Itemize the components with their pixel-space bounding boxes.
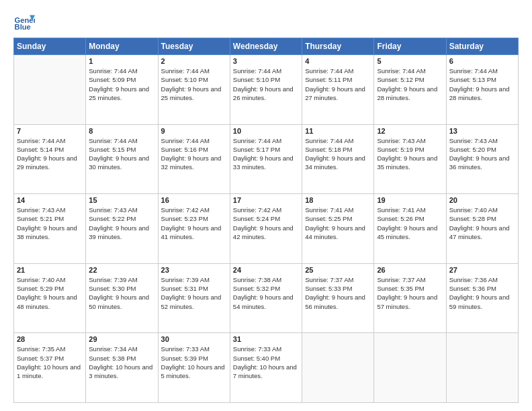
cell-info: Sunrise: 7:39 AM Sunset: 5:31 PM Dayligh… <box>161 275 227 311</box>
daylight: Daylight: 10 hours and 7 minutes. <box>233 363 297 379</box>
sunrise: Sunrise: 7:34 AM <box>89 345 137 353</box>
calendar-cell: 31 Sunrise: 7:33 AM Sunset: 5:40 PM Dayl… <box>230 333 302 403</box>
daylight: Daylight: 9 hours and 28 minutes. <box>377 85 437 101</box>
sunrise: Sunrise: 7:44 AM <box>377 67 425 75</box>
cell-info: Sunrise: 7:44 AM Sunset: 5:13 PM Dayligh… <box>449 66 515 102</box>
day-number: 25 <box>305 266 371 274</box>
day-number: 14 <box>17 196 83 204</box>
sunset: Sunset: 5:16 PM <box>161 146 208 153</box>
calendar-cell: 26 Sunrise: 7:37 AM Sunset: 5:35 PM Dayl… <box>374 263 446 333</box>
sunrise: Sunrise: 7:33 AM <box>233 345 281 353</box>
sunset: Sunset: 5:37 PM <box>17 355 64 362</box>
calendar-cell: 1 Sunrise: 7:44 AM Sunset: 5:09 PM Dayli… <box>86 55 158 125</box>
calendar-cell <box>446 333 518 403</box>
calendar-cell: 2 Sunrise: 7:44 AM Sunset: 5:10 PM Dayli… <box>158 55 230 125</box>
daylight: Daylight: 9 hours and 45 minutes. <box>377 224 437 240</box>
sunset: Sunset: 5:14 PM <box>17 146 64 153</box>
sunset: Sunset: 5:15 PM <box>89 146 136 153</box>
daylight: Daylight: 9 hours and 25 minutes. <box>89 85 149 101</box>
day-number: 16 <box>161 196 227 204</box>
week-row-1: 7 Sunrise: 7:44 AM Sunset: 5:14 PM Dayli… <box>14 124 519 194</box>
sunrise: Sunrise: 7:43 AM <box>377 137 425 144</box>
day-number: 17 <box>233 196 299 204</box>
cell-info: Sunrise: 7:40 AM Sunset: 5:28 PM Dayligh… <box>449 205 515 241</box>
sunset: Sunset: 5:25 PM <box>305 215 352 222</box>
day-number: 18 <box>305 196 371 204</box>
calendar-cell: 13 Sunrise: 7:43 AM Sunset: 5:20 PM Dayl… <box>446 124 518 194</box>
calendar-cell: 18 Sunrise: 7:41 AM Sunset: 5:25 PM Dayl… <box>302 194 374 264</box>
sunset: Sunset: 5:26 PM <box>377 215 424 222</box>
cell-info: Sunrise: 7:36 AM Sunset: 5:36 PM Dayligh… <box>449 275 515 311</box>
sunset: Sunset: 5:10 PM <box>161 76 208 83</box>
day-number: 9 <box>161 127 227 135</box>
sunset: Sunset: 5:13 PM <box>449 76 496 83</box>
sunrise: Sunrise: 7:39 AM <box>161 276 210 283</box>
day-number: 30 <box>161 335 227 343</box>
day-number: 23 <box>161 266 227 274</box>
daylight: Daylight: 9 hours and 25 minutes. <box>161 85 222 101</box>
day-number: 15 <box>89 196 154 204</box>
sunrise: Sunrise: 7:37 AM <box>377 276 425 283</box>
daylight: Daylight: 9 hours and 26 minutes. <box>233 85 294 101</box>
sunrise: Sunrise: 7:36 AM <box>449 276 498 283</box>
sunset: Sunset: 5:24 PM <box>233 215 280 222</box>
cell-info: Sunrise: 7:41 AM Sunset: 5:26 PM Dayligh… <box>377 205 443 241</box>
calendar-table: SundayMondayTuesdayWednesdayThursdayFrid… <box>13 38 519 403</box>
daylight: Daylight: 9 hours and 42 minutes. <box>233 224 294 240</box>
daylight: Daylight: 9 hours and 39 minutes. <box>89 224 149 240</box>
cell-info: Sunrise: 7:44 AM Sunset: 5:10 PM Dayligh… <box>233 66 299 102</box>
sunset: Sunset: 5:20 PM <box>449 146 496 153</box>
sunset: Sunset: 5:38 PM <box>89 355 136 362</box>
daylight: Daylight: 9 hours and 59 minutes. <box>449 293 510 310</box>
weekday-header-friday: Friday <box>374 38 446 55</box>
day-number: 5 <box>377 57 443 65</box>
calendar-cell: 16 Sunrise: 7:42 AM Sunset: 5:23 PM Dayl… <box>158 194 230 264</box>
sunrise: Sunrise: 7:44 AM <box>233 137 281 144</box>
daylight: Daylight: 9 hours and 27 minutes. <box>305 85 365 101</box>
day-number: 26 <box>377 266 443 274</box>
calendar-cell <box>14 55 86 125</box>
calendar-cell <box>374 333 446 403</box>
daylight: Daylight: 9 hours and 32 minutes. <box>161 154 222 171</box>
sunset: Sunset: 5:28 PM <box>449 215 496 222</box>
day-number: 29 <box>89 335 154 343</box>
sunset: Sunset: 5:21 PM <box>17 215 64 222</box>
sunset: Sunset: 5:33 PM <box>305 285 352 292</box>
calendar-cell: 27 Sunrise: 7:36 AM Sunset: 5:36 PM Dayl… <box>446 263 518 333</box>
daylight: Daylight: 9 hours and 29 minutes. <box>17 154 77 171</box>
daylight: Daylight: 9 hours and 34 minutes. <box>305 154 365 171</box>
cell-info: Sunrise: 7:44 AM Sunset: 5:12 PM Dayligh… <box>377 66 443 102</box>
cell-info: Sunrise: 7:43 AM Sunset: 5:22 PM Dayligh… <box>89 205 154 241</box>
weekday-header-row: SundayMondayTuesdayWednesdayThursdayFrid… <box>14 38 519 55</box>
sunrise: Sunrise: 7:44 AM <box>17 137 65 144</box>
sunrise: Sunrise: 7:35 AM <box>17 345 65 353</box>
daylight: Daylight: 9 hours and 33 minutes. <box>233 154 294 171</box>
daylight: Daylight: 9 hours and 41 minutes. <box>161 224 222 240</box>
svg-text:Blue: Blue <box>15 23 31 31</box>
daylight: Daylight: 9 hours and 56 minutes. <box>305 293 365 310</box>
calendar-cell: 7 Sunrise: 7:44 AM Sunset: 5:14 PM Dayli… <box>14 124 86 194</box>
calendar-cell: 21 Sunrise: 7:40 AM Sunset: 5:29 PM Dayl… <box>14 263 86 333</box>
sunrise: Sunrise: 7:40 AM <box>449 206 498 214</box>
cell-info: Sunrise: 7:44 AM Sunset: 5:18 PM Dayligh… <box>305 136 371 172</box>
sunrise: Sunrise: 7:44 AM <box>305 137 353 144</box>
sunset: Sunset: 5:40 PM <box>233 355 280 362</box>
daylight: Daylight: 9 hours and 50 minutes. <box>89 293 149 310</box>
calendar-cell: 9 Sunrise: 7:44 AM Sunset: 5:16 PM Dayli… <box>158 124 230 194</box>
calendar-cell: 29 Sunrise: 7:34 AM Sunset: 5:38 PM Dayl… <box>86 333 158 403</box>
weekday-header-thursday: Thursday <box>302 38 374 55</box>
day-number: 12 <box>377 127 443 135</box>
day-number: 22 <box>89 266 154 274</box>
cell-info: Sunrise: 7:42 AM Sunset: 5:23 PM Dayligh… <box>161 205 227 241</box>
daylight: Daylight: 9 hours and 30 minutes. <box>89 154 149 171</box>
weekday-header-monday: Monday <box>86 38 158 55</box>
page: General Blue SundayMondayTuesdayWednesda… <box>0 0 532 411</box>
sunrise: Sunrise: 7:44 AM <box>161 137 210 144</box>
sunset: Sunset: 5:32 PM <box>233 285 280 292</box>
day-number: 7 <box>17 127 83 135</box>
sunrise: Sunrise: 7:43 AM <box>89 206 137 214</box>
sunset: Sunset: 5:23 PM <box>161 215 208 222</box>
sunset: Sunset: 5:18 PM <box>305 146 352 153</box>
calendar-cell: 24 Sunrise: 7:38 AM Sunset: 5:32 PM Dayl… <box>230 263 302 333</box>
cell-info: Sunrise: 7:35 AM Sunset: 5:37 PM Dayligh… <box>17 345 83 380</box>
